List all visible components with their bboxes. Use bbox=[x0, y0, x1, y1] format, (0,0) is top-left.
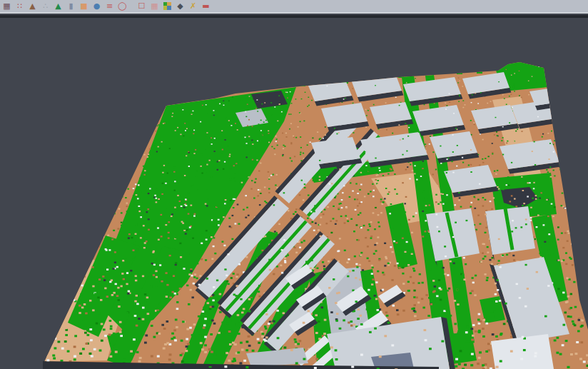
scene-svg bbox=[0, 0, 588, 369]
point-cloud-icon[interactable]: ∷ bbox=[15, 1, 24, 11]
globe-icon[interactable]: ● bbox=[92, 1, 101, 11]
classification-map-icon[interactable] bbox=[163, 1, 172, 11]
viewport-3d[interactable] bbox=[0, 0, 588, 369]
vegetation-mound-icon[interactable]: ▲ bbox=[54, 1, 63, 11]
flag-icon[interactable]: ▬ bbox=[201, 1, 211, 11]
panel-icon[interactable]: ▮ bbox=[66, 1, 76, 11]
delete-cross-icon[interactable]: ✗ bbox=[188, 1, 198, 11]
table-icon[interactable]: ≡ bbox=[105, 1, 114, 11]
pixel-art-icon[interactable]: ▦ bbox=[2, 1, 11, 11]
orthophoto-icon[interactable]: ■ bbox=[79, 1, 88, 11]
terrain-mound-icon[interactable]: ▲ bbox=[28, 1, 37, 11]
application-window: ▦∷▲∴▲▮■●≡◯☐▦◆✗▬ bbox=[0, 0, 588, 369]
circle-selection-icon[interactable]: ◯ bbox=[118, 1, 127, 11]
sparse-points-icon[interactable]: ∴ bbox=[41, 1, 50, 11]
toolbar: ▦∷▲∴▲▮■●≡◯☐▦◆✗▬ bbox=[0, 0, 588, 14]
mesh-icon[interactable]: ◆ bbox=[176, 1, 185, 11]
classification-map-icon-swatch bbox=[163, 2, 171, 10]
rect-selection-icon[interactable]: ☐ bbox=[137, 1, 146, 11]
toolbar-separator-shadow bbox=[0, 15, 588, 18]
grid-icon[interactable]: ▦ bbox=[150, 1, 159, 11]
